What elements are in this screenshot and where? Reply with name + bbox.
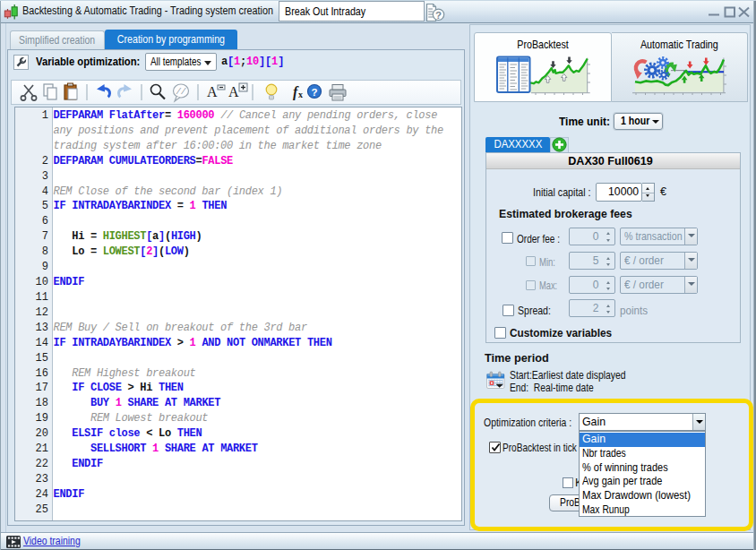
- svg-text:A: A: [228, 84, 239, 99]
- svg-text:?: ?: [435, 10, 442, 21]
- svg-text://: //: [176, 88, 186, 97]
- svg-text:?: ?: [311, 87, 317, 98]
- svg-text:A: A: [207, 84, 218, 99]
- svg-text:x: x: [298, 90, 303, 99]
